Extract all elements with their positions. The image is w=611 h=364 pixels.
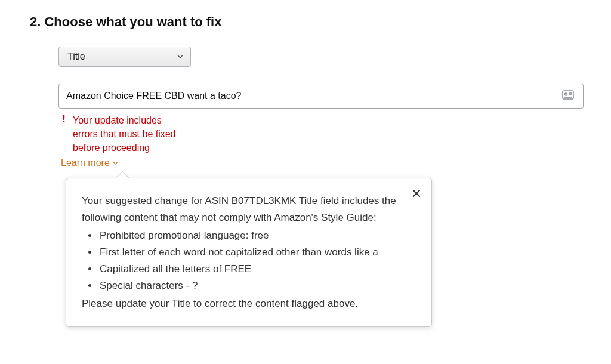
chevron-down-icon [176, 53, 184, 61]
field-selector-dropdown[interactable]: Title [58, 47, 191, 67]
svg-rect-0 [563, 91, 573, 99]
list-item: Capitalized all the letters of FREE [98, 261, 404, 277]
popover-issue-list: Prohibited promotional language: free Fi… [82, 227, 404, 294]
error-message-row: ! Your update includes errors that must … [58, 113, 581, 155]
title-input[interactable] [58, 84, 584, 109]
alert-icon: ! [61, 113, 67, 125]
close-icon [412, 189, 421, 198]
field-selector-value: Title [67, 51, 85, 62]
learn-more-link[interactable]: Learn more [61, 158, 119, 168]
popover-arrow [116, 171, 129, 184]
chevron-down-icon [112, 160, 119, 166]
section-heading: 2. Choose what you want to fix [30, 14, 581, 30]
popover-intro: Your suggested change for ASIN B07TDL3KM… [82, 193, 404, 226]
error-text: Your update includes errors that must be… [73, 113, 180, 155]
svg-point-1 [565, 93, 567, 95]
id-card-icon [562, 90, 574, 102]
validation-popover: Your suggested change for ASIN B07TDL3KM… [66, 178, 432, 327]
list-item: Special characters - ? [98, 277, 404, 294]
close-button[interactable] [410, 187, 423, 200]
popover-outro: Please update your Title to correct the … [82, 295, 404, 312]
list-item: First letter of each word not capitalize… [98, 244, 404, 261]
learn-more-label: Learn more [61, 158, 110, 168]
list-item: Prohibited promotional language: free [98, 227, 404, 244]
